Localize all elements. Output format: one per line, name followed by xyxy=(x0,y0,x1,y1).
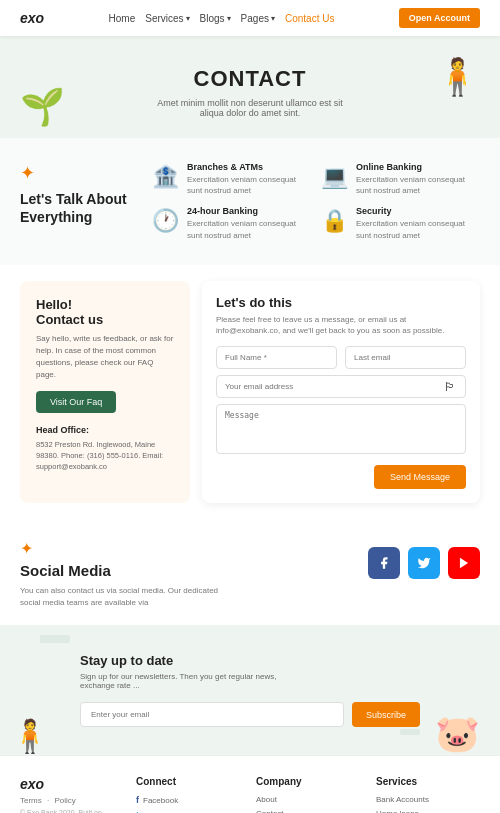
security-title: Security xyxy=(356,206,480,216)
footer-services-list: Bank Accounts Home loans Credit Cards Pe… xyxy=(376,795,480,813)
home-loans-link[interactable]: Home loans xyxy=(376,809,419,813)
newsletter-content: Stay up to date Sign up for our newslett… xyxy=(80,653,420,727)
features-left: ✦ Let's Talk About Everything xyxy=(20,162,140,241)
online-icon: 💻 xyxy=(321,164,348,190)
footer-company-col: Company About Contact News Services xyxy=(256,776,360,813)
branches-icon: 🏦 xyxy=(152,164,179,190)
contact-greeting: Hello! Contact us xyxy=(36,297,174,327)
footer-brand: exo Terms · Policy © Exo Bank 2020. Buil… xyxy=(20,776,120,813)
newsletter-deco-tl xyxy=(40,635,70,643)
24hr-desc: Exercitation veniam consequat sunt nostr… xyxy=(187,218,311,240)
footer-logo: exo xyxy=(20,776,120,792)
head-office-address: 8532 Preston Rd. Inglewood, Maine 98380.… xyxy=(36,439,174,473)
email-input[interactable] xyxy=(216,375,466,398)
footer-copyright: © Exo Bank 2020. Built on Elementor xyxy=(20,809,120,813)
subscribe-button[interactable]: Subscribe xyxy=(352,702,420,727)
facebook-icon[interactable] xyxy=(368,547,400,579)
nav-contact[interactable]: Contact Us xyxy=(285,13,334,24)
footer-company-list: About Contact News Services xyxy=(256,795,360,813)
newsletter-form: Subscribe xyxy=(80,702,420,727)
head-office-title: Head Office: xyxy=(36,425,174,435)
newsletter-title: Stay up to date xyxy=(80,653,420,668)
hero-subtitle: Amet minim mollit non deserunt ullamco e… xyxy=(150,98,350,118)
services-caret: ▾ xyxy=(186,14,190,23)
footer-contact-item: Contact xyxy=(256,809,360,813)
footer-services-col: Services Bank Accounts Home loans Credit… xyxy=(376,776,480,813)
features-section: ✦ Let's Talk About Everything 🏦 Branches… xyxy=(0,138,500,265)
footer-connect-list: f Facebook t Twitter in LinkedIn ig Inst… xyxy=(136,795,240,813)
form-name-row xyxy=(216,346,466,369)
security-desc: Exercitation veniam consequat sunt nostr… xyxy=(356,218,480,240)
24hr-icon: 🕐 xyxy=(152,208,179,234)
footer-home-loans-item: Home loans xyxy=(376,809,480,813)
twitter-icon[interactable] xyxy=(408,547,440,579)
facebook-link[interactable]: Facebook xyxy=(143,796,178,805)
branches-title: Branches & ATMs xyxy=(187,162,311,172)
nav-home[interactable]: Home xyxy=(109,13,136,24)
nav-logo: exo xyxy=(20,10,44,26)
footer-bank-accounts-item: Bank Accounts xyxy=(376,795,480,804)
hero-plant-icon: 🌱 xyxy=(20,86,65,128)
privacy-link[interactable]: Policy xyxy=(54,796,75,805)
footer-facebook-item: f Facebook xyxy=(136,795,240,805)
hero-title: CONTACT xyxy=(20,66,480,92)
newsletter-section: 🧍 🐷 Stay up to date Sign up for our news… xyxy=(0,625,500,755)
newsletter-figure-right: 🐷 xyxy=(435,713,480,755)
footer: exo Terms · Policy © Exo Bank 2020. Buil… xyxy=(0,755,500,813)
svg-marker-0 xyxy=(460,558,468,569)
contact-form-panel: Let's do this Please feel free to leave … xyxy=(202,281,480,503)
send-message-button[interactable]: Send Message xyxy=(374,465,466,489)
contact-link[interactable]: Contact xyxy=(256,809,284,813)
nav-pages[interactable]: Pages ▾ xyxy=(241,13,275,24)
online-title: Online Banking xyxy=(356,162,480,172)
fb-icon: f xyxy=(136,795,139,805)
faq-button[interactable]: Visit Our Faq xyxy=(36,391,116,413)
social-title: Social Media xyxy=(20,562,220,579)
features-heading: Let's Talk About Everything xyxy=(20,190,140,226)
contact-section: Hello! Contact us Say hello, write us fe… xyxy=(0,265,500,519)
contact-left-panel: Hello! Contact us Say hello, write us fe… xyxy=(20,281,190,503)
full-name-input[interactable] xyxy=(216,346,337,369)
hero-figure-icon: 🧍 xyxy=(435,56,480,98)
features-star: ✦ xyxy=(20,162,140,184)
form-submit-row: Send Message xyxy=(216,465,466,489)
form-desc: Please feel free to leave us a message, … xyxy=(216,314,466,336)
social-section: ✦ Social Media You can also contact us v… xyxy=(0,519,500,625)
contact-desc: Say hello, write us feedback, or ask for… xyxy=(36,333,174,381)
navbar: exo Home Services ▾ Blogs ▾ Pages ▾ Cont… xyxy=(0,0,500,36)
features-grid: 🏦 Branches & ATMs Exercitation veniam co… xyxy=(152,162,480,241)
social-icons-group xyxy=(368,547,480,579)
feature-branches: 🏦 Branches & ATMs Exercitation veniam co… xyxy=(152,162,311,196)
online-desc: Exercitation veniam consequat sunt nostr… xyxy=(356,174,480,196)
blogs-caret: ▾ xyxy=(227,14,231,23)
security-icon: 🔒 xyxy=(321,208,348,234)
newsletter-figure-left: 🧍 xyxy=(10,717,50,755)
form-email-row: 🏳 xyxy=(216,375,466,398)
hero-section: 🌱 🧍 CONTACT Amet minim mollit non deseru… xyxy=(0,36,500,138)
phone-flag-icon: 🏳 xyxy=(444,380,456,394)
form-title: Let's do this xyxy=(216,295,466,310)
feature-security: 🔒 Security Exercitation veniam consequat… xyxy=(321,206,480,240)
newsletter-deco-br xyxy=(400,729,420,735)
nav-links: Home Services ▾ Blogs ▾ Pages ▾ Contact … xyxy=(109,13,335,24)
about-link[interactable]: About xyxy=(256,795,277,804)
terms-link[interactable]: Terms xyxy=(20,796,42,805)
nav-services[interactable]: Services ▾ xyxy=(145,13,189,24)
24hr-title: 24-hour Banking xyxy=(187,206,311,216)
footer-services-title: Services xyxy=(376,776,480,787)
footer-about-item: About xyxy=(256,795,360,804)
message-input[interactable] xyxy=(216,404,466,454)
branches-desc: Exercitation veniam consequat sunt nostr… xyxy=(187,174,311,196)
newsletter-desc: Sign up for our newsletters. Then you ge… xyxy=(80,672,280,690)
youtube-icon[interactable] xyxy=(448,547,480,579)
bank-accounts-link[interactable]: Bank Accounts xyxy=(376,795,429,804)
pages-caret: ▾ xyxy=(271,14,275,23)
nav-blogs[interactable]: Blogs ▾ xyxy=(200,13,231,24)
social-star: ✦ xyxy=(20,539,220,558)
last-name-input[interactable] xyxy=(345,346,466,369)
footer-company-title: Company xyxy=(256,776,360,787)
open-account-button[interactable]: Open Account xyxy=(399,8,480,28)
social-left: ✦ Social Media You can also contact us v… xyxy=(20,539,220,609)
feature-24hr: 🕐 24-hour Banking Exercitation veniam co… xyxy=(152,206,311,240)
newsletter-email-input[interactable] xyxy=(80,702,344,727)
